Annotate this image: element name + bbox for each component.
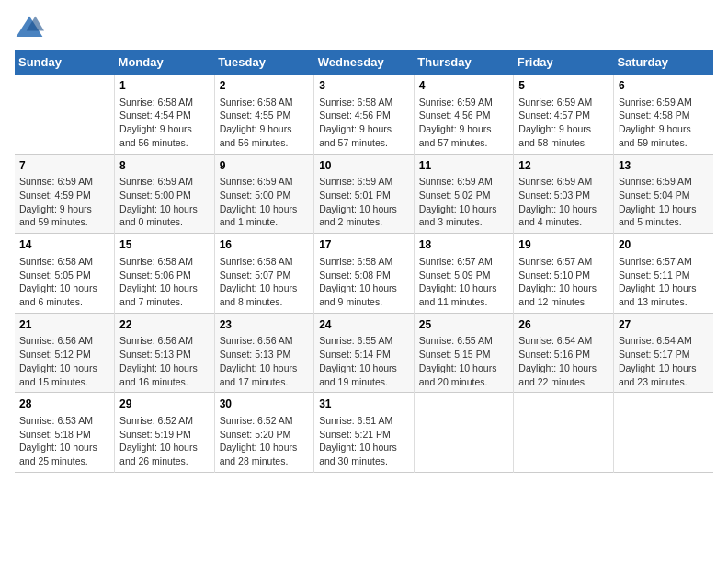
- day-info: Sunrise: 6:58 AM Sunset: 4:55 PM Dayligh…: [220, 96, 310, 150]
- calendar-cell: 4Sunrise: 6:59 AM Sunset: 4:56 PM Daylig…: [414, 75, 514, 154]
- calendar-cell: 5Sunrise: 6:59 AM Sunset: 4:57 PM Daylig…: [514, 75, 614, 154]
- day-info: Sunrise: 6:58 AM Sunset: 5:06 PM Dayligh…: [119, 255, 210, 309]
- calendar-cell: 26Sunrise: 6:54 AM Sunset: 5:16 PM Dayli…: [514, 313, 614, 393]
- weekday-header-saturday: Saturday: [613, 50, 713, 75]
- calendar-cell: 9Sunrise: 6:59 AM Sunset: 5:00 PM Daylig…: [214, 154, 314, 234]
- day-number: 7: [19, 158, 109, 174]
- weekday-header-friday: Friday: [514, 50, 614, 75]
- day-number: 19: [518, 237, 609, 253]
- calendar-cell: 31Sunrise: 6:51 AM Sunset: 5:21 PM Dayli…: [314, 393, 415, 473]
- day-info: Sunrise: 6:54 AM Sunset: 5:16 PM Dayligh…: [518, 334, 609, 388]
- calendar-cell: 3Sunrise: 6:58 AM Sunset: 4:56 PM Daylig…: [314, 75, 415, 154]
- day-info: Sunrise: 6:58 AM Sunset: 4:54 PM Dayligh…: [119, 96, 210, 150]
- calendar-cell: [514, 393, 614, 473]
- calendar-cell: 29Sunrise: 6:52 AM Sunset: 5:19 PM Dayli…: [115, 393, 215, 473]
- day-number: 14: [19, 237, 109, 253]
- day-info: Sunrise: 6:54 AM Sunset: 5:17 PM Dayligh…: [619, 334, 709, 388]
- calendar-cell: [15, 75, 115, 154]
- day-number: 28: [19, 396, 109, 412]
- day-number: 31: [319, 396, 409, 412]
- day-info: Sunrise: 6:55 AM Sunset: 5:15 PM Dayligh…: [419, 334, 509, 388]
- day-number: 11: [419, 158, 509, 174]
- calendar-cell: 16Sunrise: 6:58 AM Sunset: 5:07 PM Dayli…: [214, 234, 314, 314]
- weekday-header-monday: Monday: [115, 50, 215, 75]
- day-number: 22: [119, 317, 210, 333]
- calendar-cell: 7Sunrise: 6:59 AM Sunset: 4:59 PM Daylig…: [15, 154, 115, 234]
- day-number: 2: [220, 78, 310, 94]
- day-info: Sunrise: 6:59 AM Sunset: 5:04 PM Dayligh…: [619, 175, 709, 229]
- logo-icon: [15, 15, 44, 40]
- day-number: 21: [19, 317, 109, 333]
- calendar-week-row: 28Sunrise: 6:53 AM Sunset: 5:18 PM Dayli…: [15, 393, 713, 473]
- logo: [15, 15, 48, 40]
- calendar-cell: 25Sunrise: 6:55 AM Sunset: 5:15 PM Dayli…: [414, 313, 514, 393]
- day-info: Sunrise: 6:59 AM Sunset: 4:56 PM Dayligh…: [419, 96, 509, 150]
- calendar-cell: 8Sunrise: 6:59 AM Sunset: 5:00 PM Daylig…: [115, 154, 215, 234]
- day-number: 30: [220, 396, 310, 412]
- day-info: Sunrise: 6:58 AM Sunset: 5:07 PM Dayligh…: [220, 255, 310, 309]
- calendar-week-row: 21Sunrise: 6:56 AM Sunset: 5:12 PM Dayli…: [15, 313, 713, 393]
- day-info: Sunrise: 6:57 AM Sunset: 5:10 PM Dayligh…: [518, 255, 609, 309]
- calendar-cell: 21Sunrise: 6:56 AM Sunset: 5:12 PM Dayli…: [15, 313, 115, 393]
- calendar-cell: 2Sunrise: 6:58 AM Sunset: 4:55 PM Daylig…: [214, 75, 314, 154]
- day-info: Sunrise: 6:51 AM Sunset: 5:21 PM Dayligh…: [319, 414, 409, 468]
- calendar-week-row: 7Sunrise: 6:59 AM Sunset: 4:59 PM Daylig…: [15, 154, 713, 234]
- day-number: 13: [619, 158, 709, 174]
- day-number: 23: [220, 317, 310, 333]
- day-number: 10: [319, 158, 409, 174]
- day-number: 25: [419, 317, 509, 333]
- day-number: 26: [518, 317, 609, 333]
- weekday-header-tuesday: Tuesday: [214, 50, 314, 75]
- day-number: 29: [119, 396, 210, 412]
- calendar-cell: 15Sunrise: 6:58 AM Sunset: 5:06 PM Dayli…: [115, 234, 215, 314]
- day-info: Sunrise: 6:56 AM Sunset: 5:13 PM Dayligh…: [220, 334, 310, 388]
- calendar-week-row: 1Sunrise: 6:58 AM Sunset: 4:54 PM Daylig…: [15, 75, 713, 154]
- calendar-cell: [414, 393, 514, 473]
- calendar-cell: 24Sunrise: 6:55 AM Sunset: 5:14 PM Dayli…: [314, 313, 415, 393]
- day-number: 1: [119, 78, 210, 94]
- calendar-cell: 10Sunrise: 6:59 AM Sunset: 5:01 PM Dayli…: [314, 154, 415, 234]
- calendar-cell: 1Sunrise: 6:58 AM Sunset: 4:54 PM Daylig…: [115, 75, 215, 154]
- day-info: Sunrise: 6:58 AM Sunset: 4:56 PM Dayligh…: [319, 96, 409, 150]
- day-number: 3: [319, 78, 409, 94]
- calendar-cell: 17Sunrise: 6:58 AM Sunset: 5:08 PM Dayli…: [314, 234, 415, 314]
- day-number: 5: [518, 78, 609, 94]
- calendar-cell: 19Sunrise: 6:57 AM Sunset: 5:10 PM Dayli…: [514, 234, 614, 314]
- day-info: Sunrise: 6:58 AM Sunset: 5:08 PM Dayligh…: [319, 255, 409, 309]
- day-info: Sunrise: 6:58 AM Sunset: 5:05 PM Dayligh…: [19, 255, 109, 309]
- calendar-cell: 20Sunrise: 6:57 AM Sunset: 5:11 PM Dayli…: [613, 234, 713, 314]
- calendar-cell: 11Sunrise: 6:59 AM Sunset: 5:02 PM Dayli…: [414, 154, 514, 234]
- day-info: Sunrise: 6:56 AM Sunset: 5:13 PM Dayligh…: [119, 334, 210, 388]
- day-number: 27: [619, 317, 709, 333]
- calendar-cell: 30Sunrise: 6:52 AM Sunset: 5:20 PM Dayli…: [214, 393, 314, 473]
- calendar-cell: 18Sunrise: 6:57 AM Sunset: 5:09 PM Dayli…: [414, 234, 514, 314]
- day-number: 12: [518, 158, 609, 174]
- day-info: Sunrise: 6:59 AM Sunset: 4:57 PM Dayligh…: [518, 96, 609, 150]
- weekday-header-sunday: Sunday: [15, 50, 115, 75]
- header: [15, 15, 713, 40]
- calendar-cell: [613, 393, 713, 473]
- day-number: 15: [119, 237, 210, 253]
- day-number: 20: [619, 237, 709, 253]
- day-number: 16: [220, 237, 310, 253]
- day-number: 4: [419, 78, 509, 94]
- day-number: 17: [319, 237, 409, 253]
- calendar-week-row: 14Sunrise: 6:58 AM Sunset: 5:05 PM Dayli…: [15, 234, 713, 314]
- day-number: 24: [319, 317, 409, 333]
- calendar-cell: 12Sunrise: 6:59 AM Sunset: 5:03 PM Dayli…: [514, 154, 614, 234]
- weekday-header-row: SundayMondayTuesdayWednesdayThursdayFrid…: [15, 50, 713, 75]
- day-info: Sunrise: 6:59 AM Sunset: 5:01 PM Dayligh…: [319, 175, 409, 229]
- calendar-cell: 28Sunrise: 6:53 AM Sunset: 5:18 PM Dayli…: [15, 393, 115, 473]
- calendar-cell: 27Sunrise: 6:54 AM Sunset: 5:17 PM Dayli…: [613, 313, 713, 393]
- calendar-cell: 23Sunrise: 6:56 AM Sunset: 5:13 PM Dayli…: [214, 313, 314, 393]
- day-number: 6: [619, 78, 709, 94]
- day-info: Sunrise: 6:57 AM Sunset: 5:09 PM Dayligh…: [419, 255, 509, 309]
- day-info: Sunrise: 6:57 AM Sunset: 5:11 PM Dayligh…: [619, 255, 709, 309]
- calendar-cell: 14Sunrise: 6:58 AM Sunset: 5:05 PM Dayli…: [15, 234, 115, 314]
- day-info: Sunrise: 6:52 AM Sunset: 5:20 PM Dayligh…: [220, 414, 310, 468]
- day-info: Sunrise: 6:59 AM Sunset: 5:00 PM Dayligh…: [119, 175, 210, 229]
- day-info: Sunrise: 6:59 AM Sunset: 5:03 PM Dayligh…: [518, 175, 609, 229]
- weekday-header-thursday: Thursday: [414, 50, 514, 75]
- calendar-table: SundayMondayTuesdayWednesdayThursdayFrid…: [15, 50, 713, 473]
- day-info: Sunrise: 6:53 AM Sunset: 5:18 PM Dayligh…: [19, 414, 109, 468]
